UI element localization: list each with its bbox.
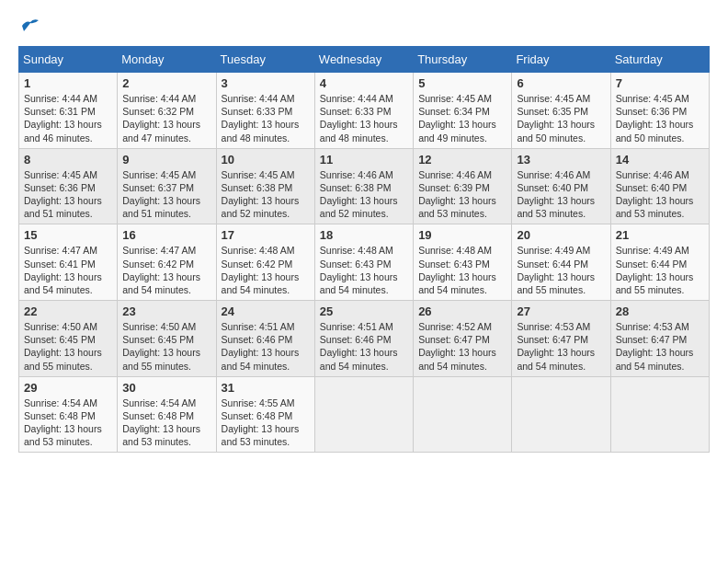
day-info: Sunrise: 4:48 AMSunset: 6:43 PMDaylight:… [320,245,398,295]
col-friday: Friday [512,47,610,73]
calendar-cell [610,376,709,453]
day-number: 22 [24,304,112,318]
calendar-cell: 5 Sunrise: 4:45 AMSunset: 6:34 PMDayligh… [414,73,512,149]
calendar-week-row: 1 Sunrise: 4:44 AMSunset: 6:31 PMDayligh… [19,73,710,149]
day-info: Sunrise: 4:44 AMSunset: 6:33 PMDaylight:… [222,93,300,144]
day-number: 17 [222,228,310,242]
col-saturday: Saturday [610,47,709,73]
col-wednesday: Wednesday [314,47,413,73]
calendar-cell: 9 Sunrise: 4:45 AMSunset: 6:37 PMDayligh… [118,148,216,224]
day-number: 28 [616,304,704,318]
day-info: Sunrise: 4:50 AMSunset: 6:45 PMDaylight:… [24,321,102,372]
calendar-cell: 16 Sunrise: 4:47 AMSunset: 6:42 PMDaylig… [118,224,216,301]
calendar-week-row: 8 Sunrise: 4:45 AMSunset: 6:36 PMDayligh… [19,148,710,224]
day-number: 2 [122,76,210,90]
day-number: 11 [320,153,408,167]
day-info: Sunrise: 4:47 AMSunset: 6:42 PMDaylight:… [122,245,200,295]
day-number: 18 [320,228,408,242]
day-number: 29 [24,381,112,395]
day-info: Sunrise: 4:50 AMSunset: 6:45 PMDaylight:… [122,321,200,372]
day-info: Sunrise: 4:49 AMSunset: 6:44 PMDaylight:… [616,245,694,295]
calendar-cell: 29 Sunrise: 4:54 AMSunset: 6:48 PMDaylig… [19,376,118,453]
col-sunday: Sunday [19,47,118,73]
day-info: Sunrise: 4:47 AMSunset: 6:41 PMDaylight:… [24,245,102,295]
day-number: 26 [418,304,506,318]
day-info: Sunrise: 4:45 AMSunset: 6:35 PMDaylight:… [517,93,595,144]
day-info: Sunrise: 4:55 AMSunset: 6:48 PMDaylight:… [222,397,300,448]
calendar-cell: 31 Sunrise: 4:55 AMSunset: 6:48 PMDaylig… [216,376,314,453]
calendar-cell: 20 Sunrise: 4:49 AMSunset: 6:44 PMDaylig… [512,224,610,301]
calendar-cell: 13 Sunrise: 4:46 AMSunset: 6:40 PMDaylig… [512,148,610,224]
calendar-cell: 22 Sunrise: 4:50 AMSunset: 6:45 PMDaylig… [19,301,118,377]
calendar-cell: 19 Sunrise: 4:48 AMSunset: 6:43 PMDaylig… [414,224,512,301]
day-info: Sunrise: 4:46 AMSunset: 6:40 PMDaylight:… [517,169,595,220]
calendar-cell: 12 Sunrise: 4:46 AMSunset: 6:39 PMDaylig… [414,148,512,224]
day-number: 7 [616,76,704,90]
calendar-cell: 3 Sunrise: 4:44 AMSunset: 6:33 PMDayligh… [216,73,314,149]
calendar-cell: 23 Sunrise: 4:50 AMSunset: 6:45 PMDaylig… [118,301,216,377]
day-info: Sunrise: 4:46 AMSunset: 6:38 PMDaylight:… [320,169,398,220]
calendar-cell: 1 Sunrise: 4:44 AMSunset: 6:31 PMDayligh… [19,73,118,149]
calendar-cell: 4 Sunrise: 4:44 AMSunset: 6:33 PMDayligh… [314,73,413,149]
day-info: Sunrise: 4:54 AMSunset: 6:48 PMDaylight:… [122,397,200,448]
day-info: Sunrise: 4:45 AMSunset: 6:37 PMDaylight:… [122,169,200,220]
col-tuesday: Tuesday [216,47,314,73]
calendar-cell [512,376,610,453]
day-number: 24 [222,304,310,318]
day-number: 12 [418,153,506,167]
calendar-cell: 11 Sunrise: 4:46 AMSunset: 6:38 PMDaylig… [314,148,413,224]
col-monday: Monday [118,47,216,73]
day-info: Sunrise: 4:45 AMSunset: 6:34 PMDaylight:… [418,93,496,144]
calendar-cell: 28 Sunrise: 4:53 AMSunset: 6:47 PMDaylig… [610,301,709,377]
calendar-week-row: 29 Sunrise: 4:54 AMSunset: 6:48 PMDaylig… [19,376,710,453]
day-info: Sunrise: 4:48 AMSunset: 6:43 PMDaylight:… [418,245,496,295]
day-number: 16 [122,228,210,242]
day-info: Sunrise: 4:45 AMSunset: 6:36 PMDaylight:… [24,169,102,220]
calendar-cell: 26 Sunrise: 4:52 AMSunset: 6:47 PMDaylig… [414,301,512,377]
calendar-cell: 17 Sunrise: 4:48 AMSunset: 6:42 PMDaylig… [216,224,314,301]
day-info: Sunrise: 4:44 AMSunset: 6:33 PMDaylight:… [320,93,398,144]
day-number: 13 [517,153,605,167]
day-number: 10 [222,153,310,167]
day-info: Sunrise: 4:48 AMSunset: 6:42 PMDaylight:… [222,245,300,295]
calendar-cell: 30 Sunrise: 4:54 AMSunset: 6:48 PMDaylig… [118,376,216,453]
calendar-cell: 2 Sunrise: 4:44 AMSunset: 6:32 PMDayligh… [118,73,216,149]
day-info: Sunrise: 4:49 AMSunset: 6:44 PMDaylight:… [517,245,595,295]
calendar-header-row: Sunday Monday Tuesday Wednesday Thursday… [19,47,710,73]
day-info: Sunrise: 4:44 AMSunset: 6:31 PMDaylight:… [24,93,102,144]
day-info: Sunrise: 4:53 AMSunset: 6:47 PMDaylight:… [517,321,595,372]
day-info: Sunrise: 4:45 AMSunset: 6:36 PMDaylight:… [616,93,694,144]
logo [18,18,40,37]
day-info: Sunrise: 4:44 AMSunset: 6:32 PMDaylight:… [122,93,200,144]
calendar-cell: 25 Sunrise: 4:51 AMSunset: 6:46 PMDaylig… [314,301,413,377]
day-number: 30 [122,381,210,395]
day-number: 5 [418,76,506,90]
day-number: 21 [616,228,704,242]
day-number: 9 [122,153,210,167]
logo-bird-icon [20,18,40,33]
day-number: 25 [320,304,408,318]
day-number: 4 [320,76,408,90]
calendar-cell: 15 Sunrise: 4:47 AMSunset: 6:41 PMDaylig… [19,224,118,301]
day-number: 8 [24,153,112,167]
day-info: Sunrise: 4:54 AMSunset: 6:48 PMDaylight:… [24,397,102,448]
calendar-table: Sunday Monday Tuesday Wednesday Thursday… [18,46,710,453]
calendar-cell [314,376,413,453]
day-number: 23 [122,304,210,318]
calendar-cell: 10 Sunrise: 4:45 AMSunset: 6:38 PMDaylig… [216,148,314,224]
day-info: Sunrise: 4:53 AMSunset: 6:47 PMDaylight:… [616,321,694,372]
day-info: Sunrise: 4:45 AMSunset: 6:38 PMDaylight:… [222,169,300,220]
day-number: 20 [517,228,605,242]
calendar-week-row: 15 Sunrise: 4:47 AMSunset: 6:41 PMDaylig… [19,224,710,301]
day-number: 6 [517,76,605,90]
calendar-cell: 7 Sunrise: 4:45 AMSunset: 6:36 PMDayligh… [610,73,709,149]
calendar-cell [414,376,512,453]
day-number: 31 [222,381,310,395]
calendar-cell: 14 Sunrise: 4:46 AMSunset: 6:40 PMDaylig… [610,148,709,224]
calendar-cell: 21 Sunrise: 4:49 AMSunset: 6:44 PMDaylig… [610,224,709,301]
day-number: 15 [24,228,112,242]
day-number: 1 [24,76,112,90]
calendar-cell: 24 Sunrise: 4:51 AMSunset: 6:46 PMDaylig… [216,301,314,377]
page-header [18,18,710,37]
day-info: Sunrise: 4:51 AMSunset: 6:46 PMDaylight:… [222,321,300,372]
